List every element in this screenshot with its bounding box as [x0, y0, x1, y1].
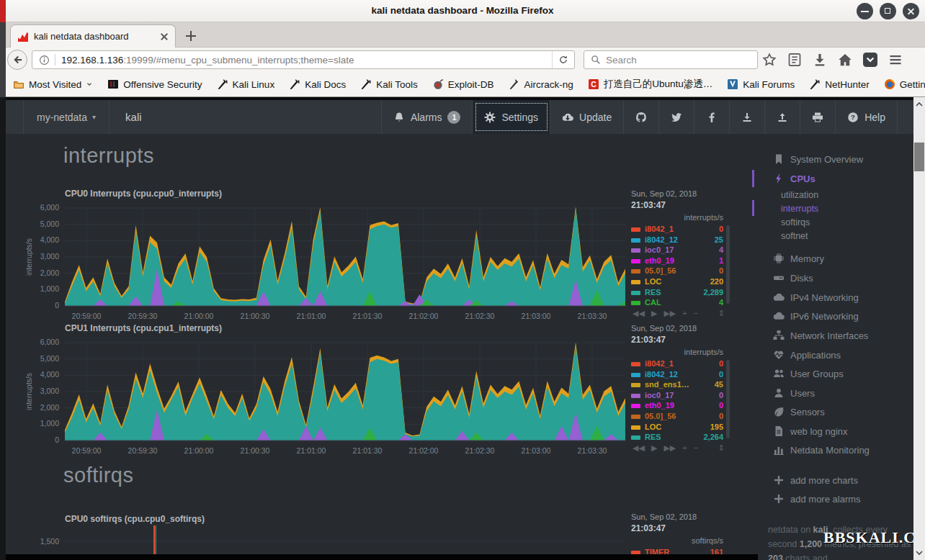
sidebar-item-system-overview[interactable]: System Overview: [749, 151, 913, 167]
zoom-out-icon[interactable]: −: [694, 443, 698, 452]
legend-row[interactable]: LOC195: [631, 422, 723, 433]
chart-toolbox[interactable]: ◀◀▶▶▶+−⇕: [633, 309, 725, 318]
home-icon[interactable]: [838, 53, 852, 67]
bookmark-item-5[interactable]: Kali Tools: [353, 78, 425, 90]
pan-forward-icon[interactable]: ▶▶: [663, 309, 676, 317]
zoom-in-icon[interactable]: +: [682, 443, 687, 452]
download-button[interactable]: [730, 100, 765, 134]
legend-scrollbar[interactable]: [726, 225, 730, 304]
tab-close-icon[interactable]: [160, 32, 169, 41]
legend-row[interactable]: i8042_10: [631, 358, 723, 369]
legend-row[interactable]: i8042_120: [631, 369, 723, 380]
legend-name: CAL: [645, 298, 661, 307]
sidebar-item-users[interactable]: Users: [749, 385, 913, 401]
bookmark-item-4[interactable]: Kali Docs: [282, 78, 353, 90]
resize-icon[interactable]: ⇕: [718, 443, 725, 453]
help-button[interactable]: ?Help: [836, 100, 898, 134]
zoom-in-icon[interactable]: +: [682, 309, 687, 317]
sidebar-action-add-more-alarms[interactable]: add more alarms: [749, 491, 913, 507]
legend-row[interactable]: i8042_1225: [631, 235, 723, 245]
scroll-down-icon[interactable]: [913, 547, 925, 559]
bookmark-item-6[interactable]: Exploit-DB: [425, 78, 501, 90]
play-icon[interactable]: ▶: [651, 309, 657, 317]
zoom-out-icon[interactable]: −: [694, 309, 698, 317]
sidebar-item-memory[interactable]: Memory: [749, 250, 913, 266]
bookmark-item-3[interactable]: Kali Linux: [210, 78, 282, 90]
sidebar-item-disks[interactable]: Disks: [749, 270, 913, 286]
aircrack-icon: [509, 78, 520, 90]
alarms-button[interactable]: Alarms1: [381, 100, 473, 134]
sidebar-item-sensors[interactable]: Sensors: [749, 404, 913, 420]
page-scrollbar[interactable]: [913, 97, 925, 560]
legend-row[interactable]: RES2,289: [631, 287, 723, 298]
play-icon[interactable]: ▶: [651, 443, 657, 452]
menu-hamburger-icon[interactable]: [888, 53, 903, 67]
legend-row[interactable]: RES2,264: [631, 432, 723, 443]
print-button[interactable]: [800, 100, 836, 134]
new-tab-button[interactable]: [183, 29, 200, 43]
bookmark-item-9[interactable]: Kali Forums: [720, 78, 802, 90]
back-button[interactable]: [7, 50, 27, 70]
legend-swatch: [631, 394, 640, 398]
sidebar-subitem-softnet[interactable]: softnet: [749, 228, 913, 244]
bookmark-item-10[interactable]: NetHunter: [802, 78, 877, 90]
downloads-icon[interactable]: [813, 53, 827, 67]
twitter-button[interactable]: [659, 100, 694, 134]
legend-row[interactable]: ioc0_170: [631, 390, 723, 401]
legend-row[interactable]: CAL4: [631, 297, 723, 308]
settings-button[interactable]: Settings: [473, 100, 550, 134]
scroll-up-icon[interactable]: [913, 99, 925, 110]
sidebar-item-network-interfaces[interactable]: Network Interfaces: [749, 328, 913, 343]
bookmark-item-1[interactable]: Most Visited: [6, 78, 100, 90]
pan-forward-icon[interactable]: ▶▶: [663, 443, 676, 452]
my-netdata-menu[interactable]: my-netdata ▾: [23, 100, 110, 134]
search-bar[interactable]: Search: [584, 50, 758, 69]
resize-icon[interactable]: ⇕: [718, 309, 725, 318]
legend-row[interactable]: LOC220: [631, 276, 723, 287]
sidebar-action-add-more-charts[interactable]: add more charts: [749, 472, 913, 488]
bookmark-label: 打造自己的Ubuntu渗透…: [604, 78, 713, 91]
bookmark-item-2[interactable]: Offensive Security: [100, 78, 209, 90]
upload-button[interactable]: [765, 100, 800, 134]
legend-scrollbar[interactable]: [726, 360, 730, 438]
sidebar-item-applications[interactable]: Applications: [749, 347, 913, 363]
legend-row[interactable]: 05.0]_560: [631, 411, 723, 422]
url-bar[interactable]: 192.168.1.136:19999/#menu_cpu_submenu_in…: [32, 50, 575, 69]
pan-backward-icon[interactable]: ◀◀: [633, 443, 645, 452]
pocket-icon[interactable]: [863, 53, 877, 67]
bookmark-star-icon[interactable]: [762, 53, 777, 67]
hostname-brand[interactable]: kali: [125, 100, 142, 134]
reload-button[interactable]: [552, 51, 574, 68]
close-button[interactable]: [903, 3, 919, 19]
minimize-button[interactable]: [857, 3, 873, 19]
bookmarks-panel-icon[interactable]: [787, 53, 802, 67]
sidebar-item-user-groups[interactable]: User Groups: [749, 366, 913, 381]
chart-canvas-cpu1_interrupts[interactable]: [65, 340, 625, 443]
facebook-button[interactable]: [694, 100, 730, 134]
bookmark-item-8[interactable]: C打造自己的Ubuntu渗透…: [581, 78, 720, 91]
scrollbar-thumb[interactable]: [914, 143, 924, 171]
pan-backward-icon[interactable]: ◀◀: [633, 309, 645, 317]
legend-row[interactable]: snd_ens1…45: [631, 379, 723, 390]
legend-row[interactable]: ioc0_174: [631, 245, 723, 256]
sidebar-item-label: IPv6 Networking: [790, 311, 859, 322]
update-button[interactable]: Update: [550, 100, 624, 134]
maximize-button[interactable]: [880, 3, 896, 19]
chart-canvas-cpu0_interrupts[interactable]: [65, 205, 625, 309]
legend-row[interactable]: eth0_191: [631, 256, 723, 266]
sidebar-item-netdata-monitoring[interactable]: Netdata Monitoring: [749, 442, 913, 458]
browser-tab[interactable]: kali netdata dashboard: [10, 24, 176, 48]
sidebar-item-ipv6-networking[interactable]: IPv6 Networking: [749, 308, 913, 324]
chart-toolbox[interactable]: ◀◀▶▶▶+−⇕: [633, 443, 725, 453]
sidebar-item-cpus[interactable]: CPUs: [749, 171, 913, 186]
github-button[interactable]: [624, 100, 659, 134]
bookmark-item-11[interactable]: Getting Started: [877, 78, 925, 90]
legend-row[interactable]: 05.0]_560: [631, 266, 723, 276]
chart-canvas-cpu0_softirqs[interactable]: [65, 525, 625, 555]
legend-row[interactable]: i8042_10: [631, 224, 723, 235]
legend-row[interactable]: eth0_190: [631, 400, 723, 411]
sidebar-item-ipv4-networking[interactable]: IPv4 Networking: [749, 289, 913, 305]
bookmark-item-7[interactable]: Aircrack-ng: [501, 78, 581, 90]
sidebar-item-web-log-nginx[interactable]: web log nginx: [749, 423, 913, 439]
site-info-icon[interactable]: [39, 55, 50, 66]
